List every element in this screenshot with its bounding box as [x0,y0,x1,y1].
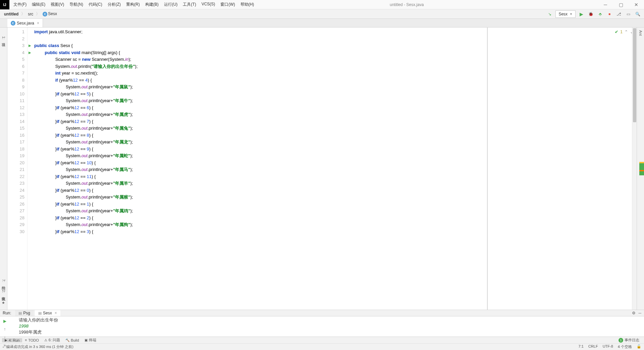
play-icon: ▶ [5,338,7,342]
chevron-right-icon: 〉 [36,11,40,17]
indent-setting[interactable]: 4 个空格 [618,344,632,349]
tool-run[interactable]: ▶4: Run [2,338,22,342]
chevron-up-icon[interactable]: ⌃ [625,30,628,34]
terminal-icon: ▣ [85,338,88,342]
line-num: 13 [7,111,24,118]
cursor-position[interactable]: 7:1 [579,344,584,349]
minimize-button[interactable]: ─ [598,0,613,9]
menu-refactor[interactable]: 重构(R) [124,1,142,8]
main-area: 1: 项目 7: 结构 2: 收藏夹 ★ 1 2 3▶ 4▶ 5 6 7 8 9… [0,28,644,310]
warning-count[interactable]: 1 [620,30,623,34]
minimize-icon[interactable]: ─ [638,311,641,315]
line-num: 21 [7,166,24,173]
bookmark-icon[interactable]: ★ [1,299,6,307]
line-num: 2 [7,36,24,43]
menu-window[interactable]: 窗口(W) [218,1,237,8]
tool-window-icon[interactable]: ▫ [3,345,4,349]
lock-icon[interactable]: 🔓 [637,344,641,349]
close-icon[interactable]: × [55,311,57,315]
check-icon: ✔ [615,30,618,34]
tool-build[interactable]: 🔨Build [63,338,82,342]
menu-bar: 文件(F) 编辑(E) 视图(V) 导航(N) 代码(C) 分析(Z) 重构(R… [11,1,256,8]
up-arrow-icon[interactable]: ↑ [1,326,8,333]
vcs-icon[interactable]: ⎇ [615,10,623,18]
tab-sesx[interactable]: C Sesx.java × [7,19,43,27]
line-num: 27 [7,208,24,215]
app-icon: ▤ [18,311,22,315]
menu-tools[interactable]: 工具(T) [181,1,198,8]
tool-ant[interactable]: Ant [638,29,643,37]
run-button[interactable]: ▶ [578,10,585,18]
line-num: 11 [7,97,24,104]
line-num: 10 [7,91,24,98]
gutter: 1 2 3▶ 4▶ 5 6 7 8 9 10 11 12 13 14 15 16… [7,28,28,310]
line-num: 3▶ [7,42,24,49]
run-gutter-icon[interactable]: ▶ [29,49,31,56]
line-num: 26 [7,201,24,208]
menu-navigate[interactable]: 导航(N) [67,1,85,8]
restore-button[interactable]: ▢ [613,0,629,9]
run-tool-window: Run: ▤ Psg ▤ Sesx × ⚙ ─ ▶ ↑ ↓ » 请输入你的出生年… [0,310,644,337]
breadcrumb-project[interactable]: untitled [3,11,20,17]
tool-project[interactable]: 1: 项目 [0,34,7,42]
menu-build[interactable]: 构建(B) [143,1,161,8]
debug-button[interactable]: 🐞 [587,10,594,18]
chevron-down-icon: ▼ [570,12,573,16]
menu-analyze[interactable]: 分析(Z) [106,1,123,8]
console-line: 请输入你的出生年份 [19,317,642,323]
warning-icon: ⚠ [44,338,47,342]
gear-icon[interactable]: ⚙ [632,311,636,315]
line-separator[interactable]: CRLF [588,344,598,349]
breadcrumb-file[interactable]: CSesx [41,11,58,17]
menu-help[interactable]: 帮助(H) [238,1,256,8]
menu-edit[interactable]: 编辑(E) [30,1,47,8]
line-num: 12 [7,104,24,112]
menu-view[interactable]: 视图(V) [49,1,66,8]
search-icon[interactable]: 🔍 [634,10,641,18]
tool-structure[interactable]: 7: 结构 [0,277,7,285]
coverage-button[interactable]: ⬘ [596,10,604,18]
tool-events[interactable]: 1事件日志 [616,338,642,343]
badge-icon: 1 [619,338,623,343]
code-area[interactable]: import java.util.Scanner; public class S… [28,28,487,310]
run-tab-sesx[interactable]: ▤ Sesx × [35,310,60,316]
line-num: 14 [7,118,24,125]
run-title: Run: [3,311,11,315]
tool-terminal[interactable]: ▣终端 [82,338,99,343]
tool-favorites[interactable]: 2: 收藏夹 [0,288,7,296]
scroll-thumb[interactable] [633,28,636,122]
breadcrumb-folder[interactable]: src [26,11,35,17]
line-num: 18 [7,146,24,153]
menu-file[interactable]: 文件(F) [11,1,29,8]
tool-todo[interactable]: ≡TODO [22,338,41,342]
error-stripe[interactable] [639,162,644,175]
menu-vcs[interactable]: VCS(S) [200,1,217,8]
class-icon: C [11,21,15,26]
editor-tabs: C Sesx.java × [0,19,644,28]
layout-icon[interactable]: ▭ [625,10,632,18]
close-button[interactable]: ✕ [629,0,644,9]
line-num: 19 [7,152,24,160]
title-bar: IJ 文件(F) 编辑(E) 视图(V) 导航(N) 代码(C) 分析(Z) 重… [0,0,644,9]
line-num: 5 [7,56,24,63]
class-icon: C [43,12,47,16]
run-gutter-icon[interactable]: ▶ [29,42,31,49]
line-num: 4▶ [7,49,24,56]
status-message: 编译成功完成 in 3 s 360 ms (1 分钟 之前) [6,344,73,349]
menu-run[interactable]: 运行(U) [162,1,180,8]
hammer-icon: 🔨 [65,338,69,342]
nav-bar: untitled 〉 src 〉 CSesx ↘ Sesx ▼ ▶ 🐞 ⬘ ■ … [0,9,644,19]
console-output[interactable]: 请输入你的出生年份 1998 1998年属虎 [17,316,644,350]
menu-code[interactable]: 代码(C) [87,1,104,8]
rerun-button[interactable]: ▶ [1,318,8,324]
console-line: 1998 [19,323,642,329]
file-encoding[interactable]: UTF-8 [603,344,613,349]
stop-button[interactable]: ■ [606,10,613,18]
build-icon[interactable]: ↘ [546,10,553,18]
line-num: 7 [7,70,24,77]
run-tab-psg[interactable]: ▤ Psg [15,310,34,316]
tool-problems[interactable]: ⚠6: 问题 [42,338,63,343]
run-config-dropdown[interactable]: Sesx ▼ [555,10,576,18]
close-icon[interactable]: × [37,21,39,26]
scrollbar-vertical[interactable] [632,28,637,310]
